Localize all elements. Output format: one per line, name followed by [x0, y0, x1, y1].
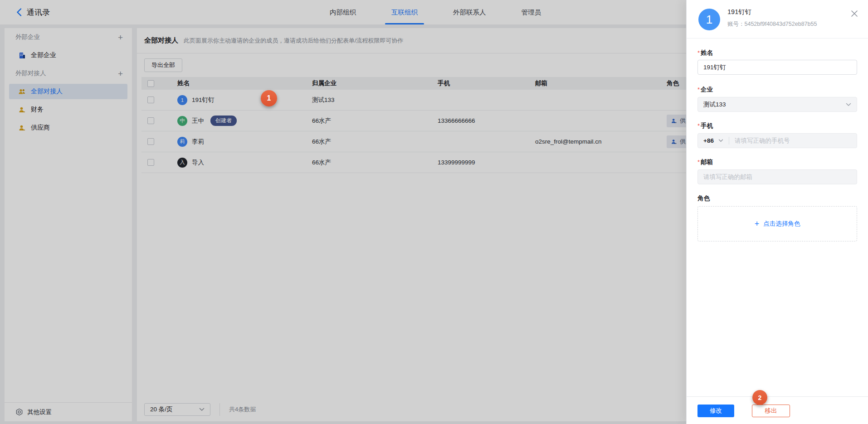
chevron-down-icon	[718, 139, 723, 142]
email-input[interactable]	[697, 169, 857, 184]
email-field-label: * 邮箱	[697, 158, 857, 166]
drawer-header: 1 191钉钉 账号：5452bf9f40843d752eb87b55	[687, 0, 868, 39]
drawer-form: * 姓名 * 企业 测试133 * 手机 +86	[687, 49, 868, 241]
chevron-down-icon	[846, 103, 851, 106]
drawer-avatar: 1	[698, 9, 720, 30]
name-field-label: * 姓名	[697, 49, 857, 57]
app-viewport: 通讯录 内部组织 互联组织 外部联系人 管理员 外部企业 + 全部企业 外部对接…	[0, 0, 868, 424]
drawer-account-id: 账号：5452bf9f40843d752eb87b55	[727, 20, 845, 28]
remove-button[interactable]: 移出	[752, 405, 790, 417]
role-field-label: 角色	[697, 194, 857, 202]
phone-input-group: +86	[697, 133, 857, 148]
phone-field-label: * 手机	[697, 122, 857, 130]
select-role-button[interactable]: + 点击选择角色	[697, 206, 857, 241]
annotation-marker-2: 2	[752, 390, 767, 405]
company-select[interactable]: 测试133	[697, 97, 857, 112]
annotation-marker-1: 1	[261, 90, 277, 106]
drawer-footer: 修改 移出	[687, 396, 868, 424]
drawer-member-name: 191钉钉	[727, 8, 845, 16]
name-input[interactable]	[697, 60, 857, 75]
modify-button[interactable]: 修改	[697, 405, 734, 417]
company-field-label: * 企业	[697, 86, 857, 93]
country-code-select[interactable]: +86	[698, 137, 729, 144]
plus-icon: +	[755, 220, 760, 228]
phone-input[interactable]	[729, 137, 857, 144]
member-detail-drawer: 1 191钉钉 账号：5452bf9f40843d752eb87b55 * 姓名…	[686, 0, 868, 424]
close-icon[interactable]	[850, 10, 858, 18]
